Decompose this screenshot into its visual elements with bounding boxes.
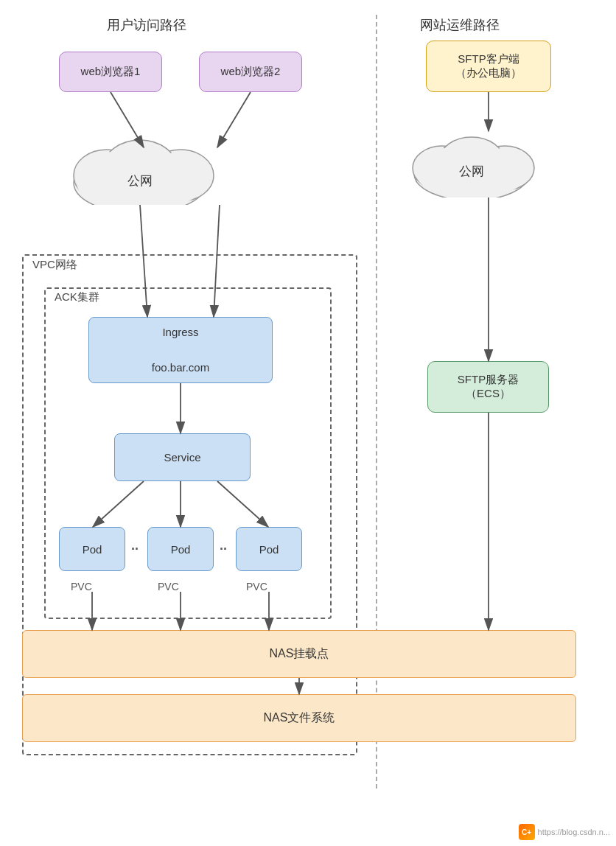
ingress-box: Ingress foo.bar.com (88, 317, 273, 383)
pvc1-label: PVC (71, 581, 92, 592)
ops-path-title: 网站运维路径 (420, 16, 500, 34)
nas-mount-box: NAS挂载点 (22, 630, 576, 678)
watermark: C+ https://blog.csdn.n... (519, 824, 610, 840)
ack-label: ACK集群 (55, 290, 99, 304)
pvc3-label: PVC (246, 581, 267, 592)
svg-text:公网: 公网 (459, 164, 484, 178)
diagram-container: 用户访问路径 网站运维路径 web浏览器1 web浏览器2 SFTP客户端 （办… (0, 0, 616, 846)
watermark-icon: C+ (519, 824, 535, 840)
public-cloud-1: 公网 (59, 124, 280, 205)
dots-2: ·· (220, 542, 227, 557)
pod1-box: Pod (59, 527, 125, 571)
nas-fs-box: NAS文件系统 (22, 694, 576, 742)
public-cloud-2: 公网 (398, 124, 567, 197)
vpc-label: VPC网络 (32, 258, 77, 272)
sftp-server-box: SFTP服务器 （ECS） (427, 361, 549, 413)
svg-text:公网: 公网 (127, 174, 153, 188)
service-box: Service (114, 433, 251, 481)
browser2-box: web浏览器2 (199, 52, 302, 92)
user-path-title: 用户访问路径 (107, 16, 186, 34)
sftp-client-box: SFTP客户端 （办公电脑） (426, 41, 551, 92)
pvc2-label: PVC (158, 581, 179, 592)
pod3-box: Pod (236, 527, 302, 571)
browser1-box: web浏览器1 (59, 52, 162, 92)
dots-1: ·· (131, 542, 139, 557)
pod2-box: Pod (147, 527, 214, 571)
